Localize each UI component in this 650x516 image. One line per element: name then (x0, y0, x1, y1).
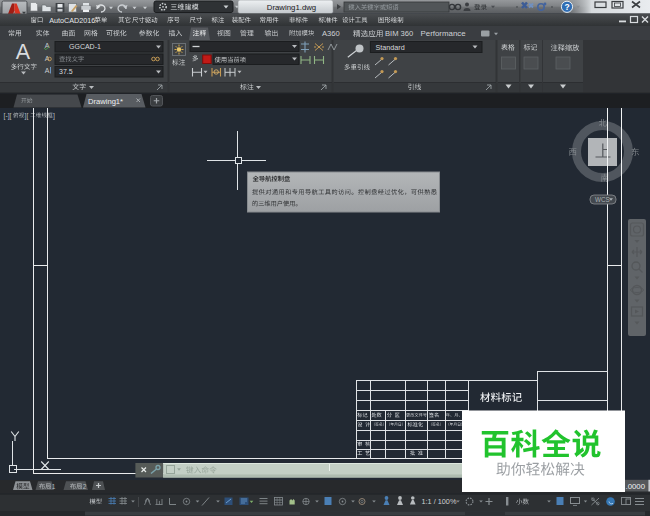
svg-text:][: ][ (25, 112, 29, 120)
svg-text:1: 1 (52, 483, 56, 490)
svg-text:A: A (16, 40, 31, 64)
svg-text:Performance: Performance (421, 29, 467, 38)
svg-text:WCS: WCS (595, 196, 610, 203)
svg-text:Drawing1.dwg: Drawing1.dwg (267, 3, 316, 12)
svg-text:AutoCAD2016: AutoCAD2016 (49, 16, 95, 25)
svg-text:GGCAD-1: GGCAD-1 (69, 43, 101, 50)
svg-text:[-][: [-][ (4, 112, 12, 120)
svg-text:?: ? (564, 2, 569, 12)
svg-text:37.5: 37.5 (59, 68, 73, 75)
svg-text:]: ] (53, 112, 55, 120)
svg-text:BIM 360: BIM 360 (385, 29, 413, 38)
svg-text:1:1 / 100%: 1:1 / 100% (422, 497, 457, 506)
svg-text:A360: A360 (322, 29, 340, 38)
svg-text:2: 2 (83, 483, 87, 490)
svg-text:A: A (45, 67, 50, 74)
svg-text:Drawing1*: Drawing1* (88, 97, 123, 106)
svg-text:.0000: .0000 (626, 482, 646, 491)
svg-text:Standard: Standard (376, 43, 405, 52)
